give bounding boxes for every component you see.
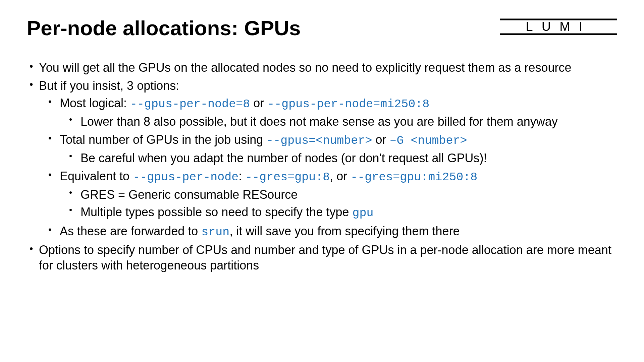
code-text: --gres=gpu:mi250:8 bbox=[351, 171, 477, 184]
code-text: --gres=gpu:8 bbox=[245, 171, 330, 184]
bullet-text: But if you insist, 3 options: bbox=[39, 79, 179, 93]
bullet-item: Be careful when you adapt the number of … bbox=[60, 150, 617, 166]
code-text: --gpus-per-node=mi250:8 bbox=[267, 98, 429, 111]
bullet-item: Total number of GPUs in the job using --… bbox=[39, 132, 617, 166]
bullet-item: Options to specify number of CPUs and nu… bbox=[27, 242, 617, 273]
bullet-text: : bbox=[238, 169, 245, 183]
bullet-item: Lower than 8 also possible, but it does … bbox=[60, 114, 617, 129]
code-text: --gpus-per-node bbox=[133, 171, 238, 184]
bullet-text: Equivalent to bbox=[60, 169, 133, 183]
bullet-text: , or bbox=[330, 169, 351, 183]
code-text: --gpus-per-node=8 bbox=[130, 98, 250, 111]
svg-text:LUMI: LUMI bbox=[526, 19, 591, 34]
bullet-item: GRES = Generic consumable RESource bbox=[60, 187, 617, 202]
bullet-text: Most logical: bbox=[60, 96, 130, 110]
bullet-item: You will get all the GPUs on the allocat… bbox=[27, 60, 617, 75]
bullet-text: or bbox=[250, 96, 267, 110]
bullet-text: As these are forwarded to bbox=[60, 224, 201, 238]
lumi-logo: LUMI bbox=[500, 18, 617, 35]
bullet-item: Equivalent to --gpus-per-node: --gres=gp… bbox=[39, 169, 617, 221]
code-text: gpu bbox=[352, 206, 373, 220]
bullet-text: Multiple types possible so need to speci… bbox=[80, 205, 352, 219]
bullet-item: Multiple types possible so need to speci… bbox=[60, 204, 617, 221]
bullet-item: As these are forwarded to srun, it will … bbox=[39, 224, 617, 240]
bullet-item: Most logical: --gpus-per-node=8 or --gpu… bbox=[39, 96, 617, 129]
bullet-item: But if you insist, 3 options: Most logic… bbox=[27, 78, 617, 240]
bullet-text: , it will save you from specifying them … bbox=[229, 224, 460, 238]
code-text: –G <number> bbox=[389, 134, 467, 147]
code-text: --gpus=<number> bbox=[266, 134, 372, 147]
slide: LUMI Per-node allocations: GPUs You will… bbox=[0, 0, 644, 362]
bullet-text: or bbox=[372, 133, 389, 146]
bullet-text: Total number of GPUs in the job using bbox=[60, 133, 266, 146]
code-text: srun bbox=[201, 226, 229, 239]
slide-content: You will get all the GPUs on the allocat… bbox=[27, 60, 617, 274]
